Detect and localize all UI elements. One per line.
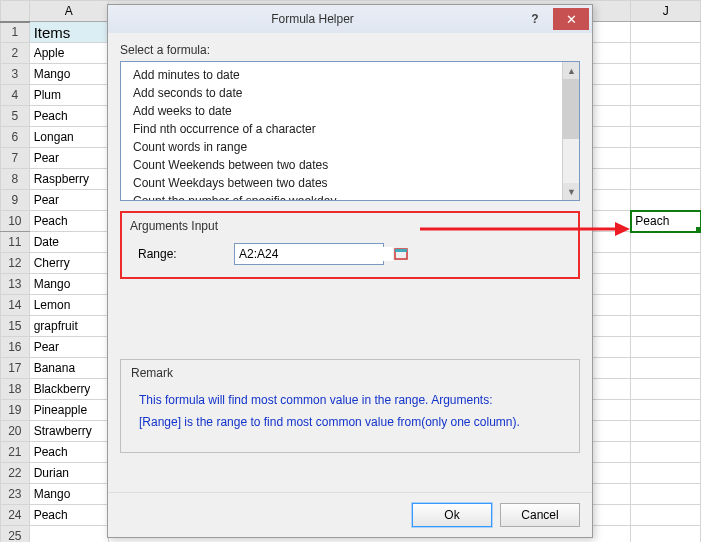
row-header[interactable]: 19 xyxy=(1,400,30,421)
row-header[interactable]: 18 xyxy=(1,379,30,400)
close-button[interactable]: ✕ xyxy=(553,8,589,30)
cell[interactable] xyxy=(631,22,701,43)
items-header-cell[interactable]: Items xyxy=(29,22,108,43)
cell[interactable]: Plum xyxy=(29,85,108,106)
cell[interactable]: Peach xyxy=(29,442,108,463)
formula-item[interactable]: Find nth occurrence of a character xyxy=(121,120,579,138)
remark-text: [Range] is the range to find most common… xyxy=(139,412,561,432)
row-header[interactable]: 24 xyxy=(1,505,30,526)
scroll-thumb[interactable] xyxy=(562,79,579,139)
scroll-up-icon[interactable]: ▲ xyxy=(563,62,580,79)
row-header[interactable]: 16 xyxy=(1,337,30,358)
cell[interactable]: Pear xyxy=(29,190,108,211)
row-header[interactable]: 11 xyxy=(1,232,30,253)
col-header-j[interactable]: J xyxy=(631,1,701,22)
row-header[interactable]: 3 xyxy=(1,64,30,85)
select-all-corner[interactable] xyxy=(1,1,30,22)
row-header[interactable]: 25 xyxy=(1,526,30,543)
cell[interactable]: Mango xyxy=(29,484,108,505)
range-picker-icon xyxy=(394,248,408,260)
cell[interactable]: Mango xyxy=(29,64,108,85)
range-input[interactable] xyxy=(235,247,393,261)
ok-button[interactable]: Ok xyxy=(412,503,492,527)
range-label: Range: xyxy=(138,247,224,261)
formula-item[interactable]: Add seconds to date xyxy=(121,84,579,102)
scrollbar[interactable]: ▲ ▼ xyxy=(562,62,579,200)
row-header[interactable]: 13 xyxy=(1,274,30,295)
row-header[interactable]: 1 xyxy=(1,22,30,43)
row-header[interactable]: 15 xyxy=(1,316,30,337)
cell[interactable]: Raspberry xyxy=(29,169,108,190)
cell[interactable]: Durian xyxy=(29,463,108,484)
formula-item[interactable]: Count the number of specific weekday xyxy=(121,192,579,201)
row-header[interactable]: 22 xyxy=(1,463,30,484)
row-header[interactable]: 17 xyxy=(1,358,30,379)
cell[interactable]: Peach xyxy=(29,211,108,232)
dialog-buttons: Ok Cancel xyxy=(108,492,592,537)
formula-item[interactable]: Count Weekends between two dates xyxy=(121,156,579,174)
cell[interactable]: grapfruit xyxy=(29,316,108,337)
remark-title: Remark xyxy=(131,366,569,380)
row-header[interactable]: 21 xyxy=(1,442,30,463)
cell[interactable]: Lemon xyxy=(29,295,108,316)
formula-item[interactable]: Count Weekdays between two dates xyxy=(121,174,579,192)
row-header[interactable]: 14 xyxy=(1,295,30,316)
row-header[interactable]: 20 xyxy=(1,421,30,442)
dialog-title: Formula Helper xyxy=(108,12,517,26)
formula-listbox[interactable]: Add minutes to date Add seconds to date … xyxy=(120,61,580,201)
row-header[interactable]: 2 xyxy=(1,43,30,64)
cell[interactable]: Blackberry xyxy=(29,379,108,400)
help-button[interactable]: ? xyxy=(517,8,553,30)
cell[interactable]: Apple xyxy=(29,43,108,64)
select-formula-label: Select a formula: xyxy=(120,43,580,57)
row-header[interactable]: 6 xyxy=(1,127,30,148)
row-header[interactable]: 5 xyxy=(1,106,30,127)
cell[interactable]: Pear xyxy=(29,337,108,358)
col-header-a[interactable]: A xyxy=(29,1,108,22)
row-header[interactable]: 7 xyxy=(1,148,30,169)
arguments-title: Arguments Input xyxy=(130,219,570,233)
titlebar[interactable]: Formula Helper ? ✕ xyxy=(108,5,592,33)
scroll-down-icon[interactable]: ▼ xyxy=(563,183,580,200)
row-header[interactable]: 10 xyxy=(1,211,30,232)
svg-rect-1 xyxy=(395,249,407,252)
cell[interactable]: Peach xyxy=(29,505,108,526)
remark-text: This formula will find most common value… xyxy=(139,390,561,410)
cell[interactable]: Pear xyxy=(29,148,108,169)
formula-helper-dialog: Formula Helper ? ✕ Select a formula: Add… xyxy=(107,4,593,538)
cell[interactable]: Cherry xyxy=(29,253,108,274)
formula-item[interactable]: Add minutes to date xyxy=(121,66,579,84)
cell[interactable]: Strawberry xyxy=(29,421,108,442)
row-header[interactable]: 23 xyxy=(1,484,30,505)
cell[interactable] xyxy=(29,526,108,543)
remark-section: Remark This formula will find most commo… xyxy=(120,359,580,453)
arguments-input-section: Arguments Input Range: xyxy=(120,211,580,279)
row-header[interactable]: 4 xyxy=(1,85,30,106)
cell[interactable]: Banana xyxy=(29,358,108,379)
row-header[interactable]: 8 xyxy=(1,169,30,190)
cell[interactable]: Pineapple xyxy=(29,400,108,421)
cell[interactable]: Peach xyxy=(29,106,108,127)
range-input-wrapper xyxy=(234,243,384,265)
formula-item[interactable]: Count words in range xyxy=(121,138,579,156)
cell[interactable]: Longan xyxy=(29,127,108,148)
cell[interactable]: Mango xyxy=(29,274,108,295)
row-header[interactable]: 9 xyxy=(1,190,30,211)
row-header[interactable]: 12 xyxy=(1,253,30,274)
cell[interactable]: Date xyxy=(29,232,108,253)
result-cell[interactable]: Peach xyxy=(631,211,701,232)
cancel-button[interactable]: Cancel xyxy=(500,503,580,527)
formula-item[interactable]: Add weeks to date xyxy=(121,102,579,120)
range-picker-button[interactable] xyxy=(393,244,408,264)
